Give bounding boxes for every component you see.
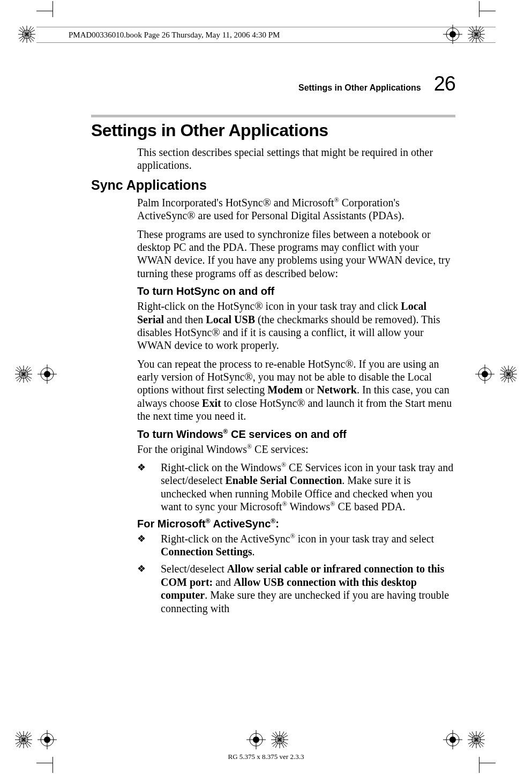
list-item: ❖ Right-click on the ActiveSync® icon in… xyxy=(137,532,455,559)
section-intro: This section describes special settings … xyxy=(137,146,455,172)
bold-text: Local USB xyxy=(206,314,255,325)
text: icon in your task tray and select xyxy=(295,533,434,545)
text: CE based PDA. xyxy=(335,501,405,512)
footer-line: RG 5.375 x 8.375 ver 2.3.3 xyxy=(0,753,532,761)
starburst-icon xyxy=(14,730,33,749)
hotsync-paragraph-2: You can repeat the process to re-enable … xyxy=(137,358,455,423)
starburst-icon xyxy=(499,364,518,384)
text: : xyxy=(275,518,279,530)
list-item: ❖ Select/deselect Allow serial cable or … xyxy=(137,562,455,615)
crop-mark xyxy=(479,763,496,763)
text: To turn Windows xyxy=(137,428,223,440)
text: CE services: xyxy=(252,443,309,455)
windows-ce-list: ❖ Right-click on the Windows® CE Service… xyxy=(137,461,455,513)
text: For Microsoft xyxy=(137,518,206,530)
starburst-icon xyxy=(270,730,289,749)
text: . xyxy=(252,546,255,557)
registration-target-icon xyxy=(443,730,462,749)
page-number: 26 xyxy=(434,72,455,95)
list-item: ❖ Right-click on the Windows® CE Service… xyxy=(137,461,455,513)
bold-text: Network xyxy=(317,384,357,396)
starburst-icon xyxy=(467,730,486,749)
text: Right-click on the ActiveSync xyxy=(161,533,290,545)
accent-rule xyxy=(91,115,455,117)
text: CE services on and off xyxy=(228,428,346,440)
crop-mark xyxy=(479,1,479,17)
crop-mark xyxy=(36,763,53,763)
registration-target-icon xyxy=(38,364,57,384)
text: and then xyxy=(164,314,206,325)
hotsync-paragraph-1: Right-click on the HotSync® icon in your… xyxy=(137,300,455,352)
text: Palm Incorporated's HotSync® and Microso… xyxy=(137,197,334,209)
text: and xyxy=(213,576,234,588)
text: Right-click on the HotSync® icon in your… xyxy=(137,300,401,312)
text: Windows xyxy=(287,501,331,512)
registered-mark: ® xyxy=(281,461,286,468)
registration-target-icon xyxy=(475,364,494,384)
registered-mark: ® xyxy=(206,517,211,525)
sync-paragraph-1: Palm Incorporated's HotSync® and Microso… xyxy=(137,196,455,222)
registration-target-icon xyxy=(38,730,57,749)
crop-mark xyxy=(53,1,53,17)
registered-mark: ® xyxy=(290,532,295,540)
text: For the original Windows xyxy=(137,443,247,455)
crop-mark xyxy=(36,11,53,11)
header-filename: PMAD00336010.book Page 26 Thursday, May … xyxy=(69,31,280,40)
header-bar: PMAD00336010.book Page 26 Thursday, May … xyxy=(36,27,496,43)
text: ActiveSync xyxy=(211,518,271,530)
bold-text: Connection Settings xyxy=(161,546,252,557)
bold-text: Enable Serial Connection xyxy=(226,474,342,486)
registered-mark: ® xyxy=(247,443,252,450)
hotsync-heading: To turn HotSync on and off xyxy=(137,285,455,297)
diamond-bullet-icon: ❖ xyxy=(137,533,146,545)
bold-text: Modem xyxy=(267,384,303,396)
crop-mark xyxy=(479,11,496,11)
starburst-icon xyxy=(467,25,486,44)
activesync-heading: For Microsoft® ActiveSync®: xyxy=(137,518,455,530)
text: Select/deselect xyxy=(161,563,227,575)
registered-mark: ® xyxy=(271,517,275,525)
registered-mark: ® xyxy=(282,501,287,508)
text: or xyxy=(303,384,317,396)
diamond-bullet-icon: ❖ xyxy=(137,563,146,575)
sync-paragraph-2: These programs are used to synchronize f… xyxy=(137,228,455,280)
starburst-icon xyxy=(17,25,36,44)
running-head-label: Settings in Other Applications xyxy=(298,83,421,93)
windows-ce-paragraph: For the original Windows® CE services: xyxy=(137,443,455,456)
running-head: Settings in Other Applications 26 xyxy=(91,72,455,95)
registered-mark: ® xyxy=(334,196,339,204)
starburst-icon xyxy=(14,364,33,384)
text: Right-click on the Windows xyxy=(161,462,281,473)
page: PMAD00336010.book Page 26 Thursday, May … xyxy=(0,0,532,774)
windows-ce-heading: To turn Windows® CE services on and off xyxy=(137,428,455,441)
activesync-list: ❖ Right-click on the ActiveSync® icon in… xyxy=(137,532,455,615)
bold-text: Exit xyxy=(202,397,221,409)
registration-target-icon xyxy=(443,25,462,44)
registration-target-icon xyxy=(246,730,266,749)
diamond-bullet-icon: ❖ xyxy=(137,462,146,474)
section-title: Settings in Other Applications xyxy=(91,121,455,140)
content-column: Settings in Other Applications 26 Settin… xyxy=(91,72,455,619)
sync-applications-heading: Sync Applications xyxy=(91,177,455,193)
